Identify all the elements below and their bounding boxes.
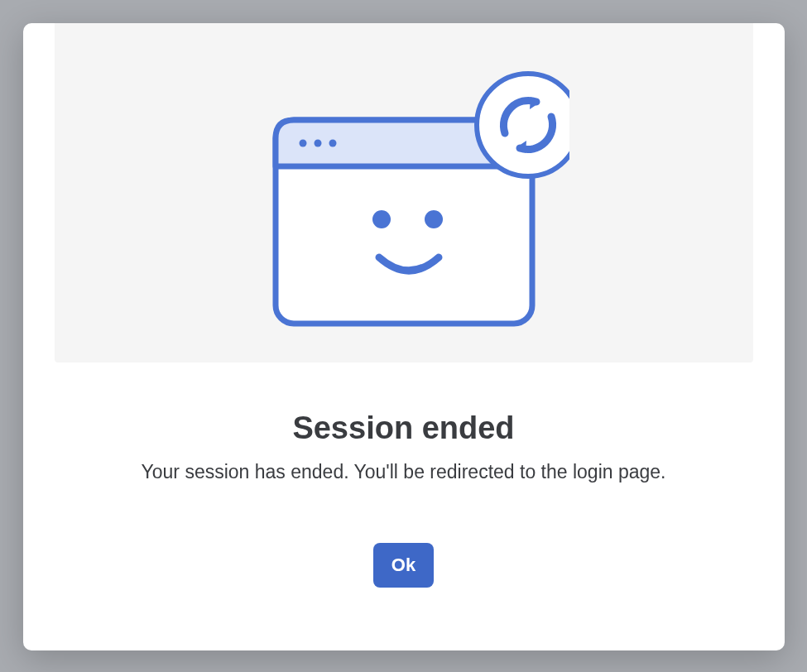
dialog-actions: Ok <box>373 543 434 588</box>
svg-point-3 <box>329 140 336 147</box>
dialog-content: Session ended Your session has ended. Yo… <box>142 362 666 588</box>
svg-point-5 <box>425 210 443 228</box>
session-ended-dialog: Session ended Your session has ended. Yo… <box>23 23 785 650</box>
ok-button[interactable]: Ok <box>373 543 434 588</box>
svg-point-2 <box>314 140 321 147</box>
dialog-message: Your session has ended. You'll be redire… <box>142 461 666 483</box>
illustration-panel <box>55 23 753 362</box>
svg-point-1 <box>299 140 306 147</box>
browser-refresh-icon <box>238 50 569 335</box>
svg-point-4 <box>372 210 391 228</box>
dialog-title: Session ended <box>292 410 514 446</box>
